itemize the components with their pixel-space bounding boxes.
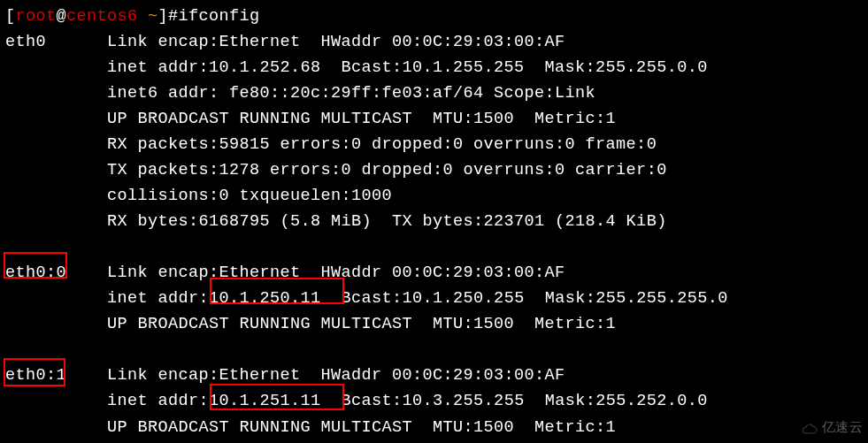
prompt-path: ~ [148,7,158,26]
prompt-user: root [16,7,57,26]
eth0-line-3: inet6 addr: fe80::20c:29ff:fe03:af/64 Sc… [5,80,863,106]
prompt-bracket-close: ]# [158,7,179,26]
command-text: ifconfig [179,7,260,26]
eth0-0-line-2: inet addr:10.1.250.11 Bcast:10.1.250.255… [5,286,863,311]
iface-eth0-1: eth0:1 [5,366,66,385]
prompt-host: centos6 [66,7,138,26]
eth0-0-line-1: eth0:0 Link encap:Ethernet HWaddr 00:0C:… [5,260,863,286]
eth0-1-ip: 10.1.251.11 [209,392,321,410]
iface-eth0: eth0 [5,33,46,51]
prompt-space [138,7,149,26]
eth0-line-1: eth0 Link encap:Ethernet HWaddr 00:0C:29… [5,29,863,55]
eth0-line-5: RX packets:59815 errors:0 dropped:0 over… [5,132,863,157]
eth0-1-line-3: UP BROADCAST RUNNING MULTICAST MTU:1500 … [5,415,863,440]
prompt-bracket-open: [ [5,7,16,26]
eth0-line-4: UP BROADCAST RUNNING MULTICAST MTU:1500 … [5,106,863,132]
eth0-1-line-1: eth0:1 Link encap:Ethernet HWaddr 00:0C:… [5,363,863,388]
blank-1 [5,234,863,260]
eth0-line-6: TX packets:1278 errors:0 dropped:0 overr… [5,157,863,183]
eth0-line-2: inet addr:10.1.252.68 Bcast:10.1.255.255… [5,55,863,80]
eth0-0-line-3: UP BROADCAST RUNNING MULTICAST MTU:1500 … [5,311,863,337]
terminal-window[interactable]: [root@centos6 ~]#ifconfig eth0 Link enca… [0,0,868,443]
eth0-0-ip: 10.1.250.11 [209,289,321,308]
iface-eth0-0: eth0:0 [5,264,66,282]
eth0-line-7: collisions:0 txqueuelen:1000 [5,183,863,209]
blank-2 [5,337,863,363]
eth0-line-8: RX bytes:6168795 (5.8 MiB) TX bytes:2237… [5,209,863,234]
prompt-at: @ [57,7,67,26]
eth0-1-line-2: inet addr:10.1.251.11 Bcast:10.3.255.255… [5,388,863,414]
prompt-line: [root@centos6 ~]#ifconfig [5,4,863,29]
